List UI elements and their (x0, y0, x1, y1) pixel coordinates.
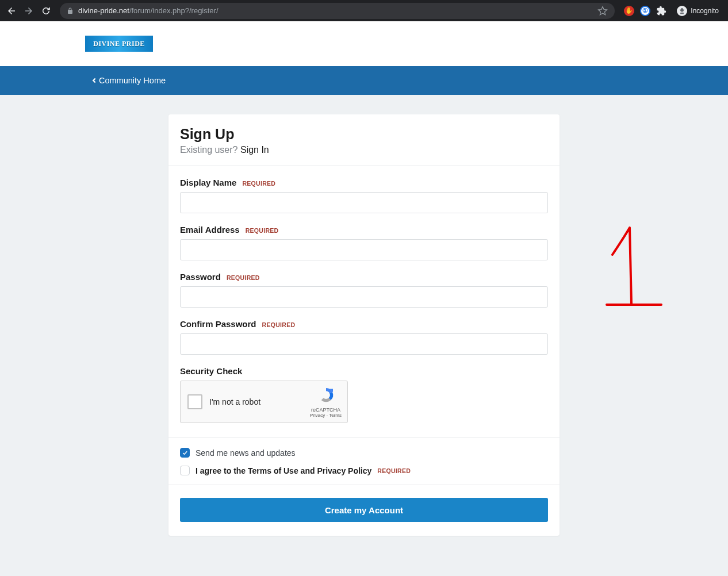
security-check-label: Security Check (180, 366, 242, 376)
password-input[interactable] (180, 286, 548, 308)
incognito-icon (677, 6, 687, 16)
email-input[interactable] (180, 239, 548, 260)
password-field: Password REQUIRED (180, 272, 548, 308)
back-button[interactable] (5, 4, 18, 18)
newsletter-label: Send me news and updates (196, 448, 296, 458)
terms-checkbox[interactable] (180, 466, 190, 475)
site-logo[interactable]: DIVINE PRIDE (85, 36, 153, 52)
incognito-badge: Incognito (672, 6, 723, 16)
display-name-input[interactable] (180, 192, 548, 213)
security-check-field: Security Check I'm not a robot reCAPTCHA (180, 366, 548, 423)
recaptcha-widget: I'm not a robot reCAPTCHA Privacy - Term… (180, 381, 348, 423)
required-badge: REQUIRED (246, 227, 279, 234)
create-account-button[interactable]: Create my Account (180, 498, 548, 522)
check-icon (182, 450, 188, 456)
card-footer: Create my Account (168, 485, 560, 536)
privacy-policy-link[interactable]: Privacy Policy (317, 466, 371, 475)
recaptcha-logo-icon (317, 386, 335, 404)
email-label: Email Address (180, 225, 240, 235)
terms-of-use-link[interactable]: Terms of Use (248, 466, 298, 475)
confirm-password-field: Confirm Password REQUIRED (180, 319, 548, 355)
recaptcha-checkbox[interactable] (187, 394, 202, 409)
browser-toolbar: divine-pride.net/forum/index.php?/regist… (0, 0, 728, 21)
arrow-left-icon (6, 6, 17, 16)
site-header: DIVINE PRIDE (0, 21, 728, 66)
url-text: divine-pride.net/forum/index.php?/regist… (78, 6, 219, 15)
password-label: Password (180, 272, 221, 282)
recaptcha-links: Privacy - Terms (310, 413, 342, 418)
confirm-password-input[interactable] (180, 333, 548, 355)
display-name-field: Display Name REQUIRED (180, 178, 548, 213)
chevron-left-icon (93, 78, 97, 83)
terms-label: I agree to the Terms of Use and Privacy … (196, 466, 371, 475)
page-title: Sign Up (180, 126, 548, 143)
extension-icons: ✋ ① (622, 6, 669, 16)
email-field: Email Address REQUIRED (180, 225, 548, 260)
newsletter-checkbox[interactable] (180, 448, 190, 458)
card-body: Display Name REQUIRED Email Address REQU… (168, 166, 560, 437)
required-badge: REQUIRED (377, 467, 411, 474)
required-badge: REQUIRED (262, 321, 296, 328)
terms-row: I agree to the Terms of Use and Privacy … (180, 466, 548, 475)
address-bar[interactable]: divine-pride.net/forum/index.php?/regist… (60, 3, 615, 19)
card-header: Sign Up Existing user? Sign In (168, 114, 560, 166)
extension-onepassword-icon[interactable]: ① (640, 6, 650, 16)
arrow-right-icon (24, 6, 34, 16)
community-home-label: Community Home (99, 76, 166, 85)
secondary-nav: Community Home (0, 66, 728, 95)
forward-button[interactable] (22, 4, 36, 18)
required-badge: REQUIRED (227, 274, 260, 281)
sign-in-link[interactable]: Sign In (240, 145, 269, 155)
community-home-link[interactable]: Community Home (93, 76, 166, 85)
recaptcha-label: I'm not a robot (209, 397, 260, 406)
recaptcha-brand: reCAPTCHA (310, 407, 342, 413)
incognito-label: Incognito (691, 7, 719, 15)
required-badge: REQUIRED (242, 180, 275, 187)
extension-ublock-icon[interactable]: ✋ (624, 6, 634, 16)
confirm-password-label: Confirm Password (180, 319, 256, 329)
bookmark-star-icon[interactable] (597, 6, 608, 16)
reload-icon (41, 6, 51, 16)
extensions-puzzle-icon[interactable] (656, 6, 666, 16)
existing-user-text: Existing user? Sign In (180, 145, 548, 155)
newsletter-row: Send me news and updates (180, 448, 548, 458)
signup-card: Sign Up Existing user? Sign In Display N… (168, 114, 560, 536)
consent-section: Send me news and updates I agree to the … (168, 437, 560, 485)
lock-icon (67, 7, 74, 14)
reload-button[interactable] (39, 4, 53, 18)
main-content: Sign Up Existing user? Sign In Display N… (0, 95, 728, 555)
display-name-label: Display Name (180, 178, 236, 187)
